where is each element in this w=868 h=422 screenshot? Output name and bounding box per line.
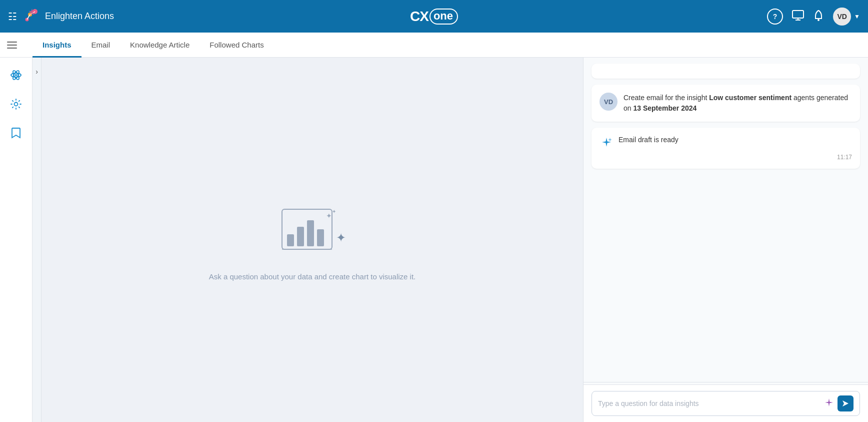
svg-rect-18 [297, 227, 304, 246]
chat-input-wrapper [592, 391, 860, 416]
user-avatar-bubble: VD [600, 93, 618, 111]
chat-message-user: VD Create email for the insight Low cust… [592, 85, 860, 122]
cx-text: CX [410, 9, 428, 25]
center-content: ✦ ✦ ✦ Ask a question about your data and… [42, 58, 583, 422]
chat-messages: VD Create email for the insight Low cust… [584, 58, 868, 380]
bell-icon[interactable] [813, 10, 824, 24]
svg-text:✦: ✦ [336, 231, 346, 244]
help-icon[interactable]: ? [767, 9, 783, 25]
topbar-left: ☷ Enlighten Actions [8, 8, 114, 26]
chat-input-area [584, 384, 868, 422]
one-cloud: one [430, 9, 458, 25]
send-button[interactable] [838, 395, 854, 411]
expand-arrow-icon: › [36, 68, 38, 76]
secondary-nav: Insights Email Knowledge Article Followe… [0, 33, 868, 58]
atom-icon[interactable] [6, 66, 26, 85]
tab-knowledge-article[interactable]: Knowledge Article [120, 34, 200, 58]
avatar[interactable]: VD [833, 8, 851, 26]
empty-state: ✦ ✦ ✦ Ask a question about your data and… [209, 199, 416, 281]
topbar: ☷ Enlighten Actions CX one [0, 0, 868, 33]
chat-response-bubble: Email draft is ready 11:17 [592, 128, 860, 169]
settings-icon[interactable] [6, 95, 26, 114]
chat-divider [584, 382, 868, 382]
tab-email[interactable]: Email [82, 34, 120, 58]
chart-placeholder-icon: ✦ ✦ ✦ [272, 199, 352, 264]
svg-point-10 [818, 19, 820, 21]
svg-text:✦: ✦ [332, 209, 336, 214]
bookmark-icon[interactable] [6, 124, 26, 143]
cxone-logo: CX one [410, 9, 458, 25]
tab-insights[interactable]: Insights [32, 34, 82, 58]
input-sparkle-icon [824, 398, 834, 409]
brand-icon [23, 8, 41, 26]
grid-menu-icon[interactable]: ☷ [8, 11, 17, 23]
chat-panel: VD Create email for the insight Low cust… [583, 58, 868, 422]
topbar-center: CX one [410, 9, 458, 25]
chevron-down-icon: ▼ [854, 13, 860, 20]
monitor-icon[interactable] [792, 10, 804, 23]
empty-state-text: Ask a question about your data and creat… [209, 272, 416, 281]
svg-rect-6 [792, 11, 804, 18]
panel-expander[interactable]: › [32, 58, 42, 422]
chat-response-text: Email draft is ready [618, 136, 852, 144]
ai-sparkle-icon [600, 136, 614, 150]
svg-rect-19 [307, 220, 314, 246]
svg-rect-17 [287, 234, 294, 246]
brand-name: Enlighten Actions [45, 11, 114, 22]
chat-message-text: Create email for the insight Low custome… [624, 93, 852, 114]
chat-input[interactable] [598, 399, 820, 407]
chat-bubble-top-partial [592, 64, 860, 79]
svg-point-15 [14, 103, 18, 106]
topbar-right: ? VD ▼ [767, 8, 860, 26]
svg-rect-20 [317, 229, 324, 246]
hamburger-menu-icon[interactable] [7, 42, 17, 49]
user-avatar-group[interactable]: VD ▼ [833, 8, 860, 26]
tab-followed-charts[interactable]: Followed Charts [200, 34, 274, 58]
svg-point-14 [15, 74, 17, 76]
chat-timestamp: 11:17 [600, 154, 852, 161]
svg-text:✦: ✦ [326, 212, 332, 220]
main-layout: › ✦ ✦ ✦ [0, 58, 868, 422]
brand-logo: Enlighten Actions [23, 8, 114, 26]
sidebar [0, 58, 32, 422]
